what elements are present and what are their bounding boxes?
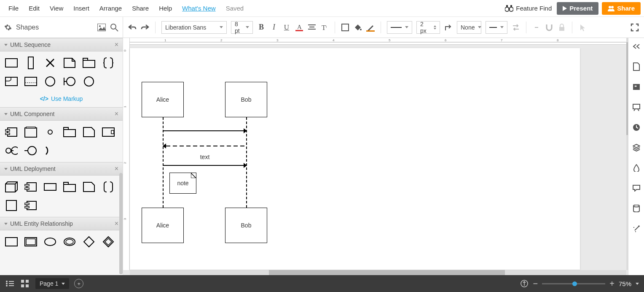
canvas-area[interactable]: 0 1 2 3 12345678 Alice Bob	[123, 38, 644, 275]
close-icon[interactable]: ×	[115, 220, 118, 227]
swap-arrows-button[interactable]	[512, 23, 520, 32]
drop-icon[interactable]	[632, 164, 641, 172]
menu-insert[interactable]: Insert	[68, 2, 94, 14]
redo-icon[interactable]	[141, 23, 149, 32]
menu-help[interactable]: Help	[154, 2, 177, 14]
layers-icon[interactable]	[632, 143, 641, 152]
group-header-uml-deployment[interactable]: UML Deployment×	[0, 162, 123, 176]
add-page-button[interactable]: +	[74, 279, 83, 288]
italic-button[interactable]: I	[270, 23, 278, 32]
shape-boundary[interactable]	[61, 73, 78, 89]
clock-icon[interactable]	[632, 123, 641, 132]
shape-port[interactable]	[41, 124, 59, 140]
shape-artifact[interactable]	[3, 197, 20, 214]
group-header-uml-sequence[interactable]: UML Sequence×	[0, 38, 123, 51]
object-alice-top[interactable]: Alice	[142, 82, 184, 117]
page-dropdown[interactable]: Page 1	[35, 278, 69, 289]
fill-button[interactable]	[354, 23, 362, 32]
use-markup-link[interactable]: </> Use Markup	[0, 93, 123, 107]
shape-destroy[interactable]	[41, 55, 59, 71]
message-3-label[interactable]: text	[163, 154, 247, 160]
bold-button[interactable]: B	[257, 23, 266, 32]
feature-find[interactable]: Feature Find	[505, 5, 552, 12]
zoom-thumb[interactable]	[572, 281, 577, 286]
grid-view-icon[interactable]	[20, 279, 30, 288]
shape-node[interactable]	[3, 179, 20, 195]
shape-package3[interactable]	[61, 179, 78, 195]
shape-note[interactable]	[61, 55, 78, 71]
menu-edit[interactable]: Edit	[24, 2, 45, 14]
close-icon[interactable]: ×	[115, 41, 118, 49]
zoom-value[interactable]: 75%	[619, 280, 631, 287]
magic-wand-icon[interactable]	[632, 224, 641, 233]
shape-constraint3[interactable]	[99, 179, 117, 195]
lock-icon[interactable]	[558, 23, 566, 32]
gear-icon[interactable]	[4, 24, 12, 31]
shape-component3[interactable]	[22, 179, 40, 195]
line-style-dropdown[interactable]	[387, 21, 412, 34]
close-icon[interactable]: ×	[115, 110, 118, 118]
chevron-down-icon[interactable]	[636, 283, 639, 285]
share-button[interactable]: Share	[602, 2, 641, 15]
fullscreen-icon[interactable]	[631, 23, 639, 32]
note-shape[interactable]: note	[169, 173, 196, 194]
sidebar-scrollbar[interactable]	[119, 173, 123, 274]
message-3[interactable]	[163, 162, 247, 170]
image-icon[interactable]	[97, 23, 106, 32]
magnet-icon[interactable]	[545, 23, 553, 32]
text-color-button[interactable]: A	[295, 23, 303, 32]
menu-whats-new[interactable]: What's New	[177, 2, 221, 14]
underline-button[interactable]: U	[282, 23, 291, 32]
shape-interface[interactable]	[99, 124, 117, 140]
shape-activation[interactable]	[22, 55, 40, 71]
outline-icon[interactable]	[5, 279, 14, 288]
comment-quote-icon[interactable]: ❝	[632, 83, 641, 91]
search-icon[interactable]	[110, 23, 118, 32]
shape-entity-rect[interactable]	[3, 234, 20, 250]
left-arrow-dropdown[interactable]: None	[457, 21, 481, 34]
font-dropdown[interactable]: Liberation Sans	[161, 21, 227, 34]
zoom-slider[interactable]	[542, 283, 605, 284]
shape-required[interactable]	[22, 143, 40, 159]
shape-weak-entity[interactable]	[22, 234, 40, 250]
shape-socket[interactable]	[41, 143, 59, 159]
cursor-icon[interactable]	[578, 23, 587, 32]
shape-package2[interactable]	[61, 124, 78, 140]
shape-object3[interactable]	[41, 179, 59, 195]
shape-attribute[interactable]	[41, 234, 59, 250]
link-icon[interactable]	[532, 23, 541, 32]
collapse-icon[interactable]	[632, 42, 641, 51]
chat-icon[interactable]	[632, 184, 641, 192]
shape-package[interactable]	[80, 55, 98, 71]
menu-share[interactable]: Share	[127, 2, 154, 14]
right-arrow-dropdown[interactable]	[486, 21, 507, 34]
shape-weak-relationship[interactable]	[99, 234, 117, 250]
shape-border-button[interactable]	[341, 23, 349, 32]
object-alice-bottom[interactable]: Alice	[142, 208, 184, 243]
shape-endpoint[interactable]	[41, 73, 59, 89]
line-color-button[interactable]	[366, 23, 375, 32]
text-tool-button[interactable]: T↕	[320, 23, 329, 32]
canvas[interactable]: Alice Bob text note Alice Bob	[130, 48, 580, 270]
message-1[interactable]	[163, 127, 247, 136]
shape-multi-attribute[interactable]	[61, 234, 78, 250]
shape-note2[interactable]	[80, 124, 98, 140]
menu-file[interactable]: File	[3, 2, 24, 14]
shape-relationship[interactable]	[80, 234, 98, 250]
fit-icon[interactable]	[520, 279, 529, 288]
zoom-in-button[interactable]: +	[609, 279, 614, 289]
page-icon[interactable]	[632, 62, 641, 71]
group-header-uml-entity[interactable]: UML Entity Relationship×	[0, 217, 123, 230]
database-icon[interactable]	[632, 204, 641, 213]
line-width-dropdown[interactable]: 2 px	[416, 21, 440, 34]
close-icon[interactable]: ×	[115, 165, 118, 173]
shape-frame[interactable]	[3, 73, 20, 89]
menu-view[interactable]: View	[45, 2, 68, 14]
shape-fragment[interactable]	[22, 73, 40, 89]
present-button[interactable]: Present	[557, 2, 598, 15]
menu-arrange[interactable]: Arrange	[94, 2, 127, 14]
group-header-uml-component[interactable]: UML Component×	[0, 107, 123, 121]
shape-constraint[interactable]	[99, 55, 117, 71]
shape-component[interactable]	[3, 124, 20, 140]
zoom-out-button[interactable]: −	[533, 279, 538, 289]
